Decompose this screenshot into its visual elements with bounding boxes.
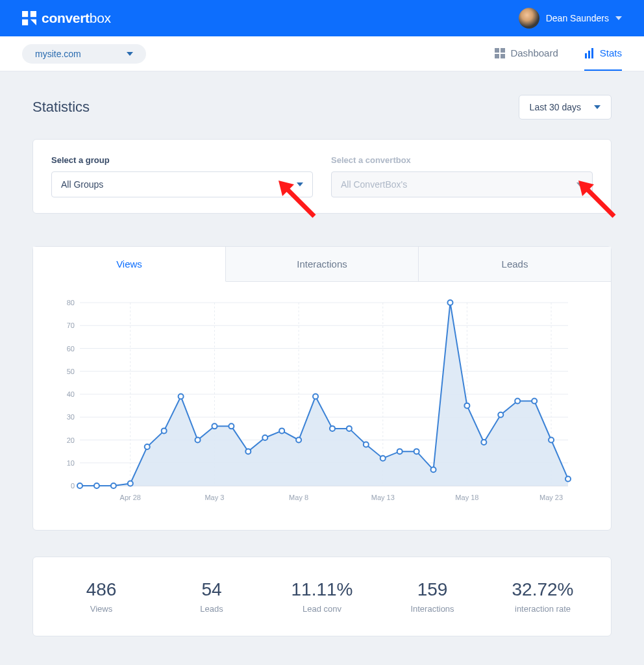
svg-point-60 [229,423,234,429]
svg-rect-8 [495,54,499,58]
svg-text:May 8: May 8 [289,494,308,501]
convertbox-filter-label: Select a convertbox [331,155,593,165]
svg-point-62 [262,435,267,440]
chart-tab-interactions[interactable]: Interactions [226,247,419,282]
svg-text:Apr 28: Apr 28 [120,494,141,501]
svg-point-78 [532,399,537,404]
chart-tab-leads[interactable]: Leads [419,247,611,282]
grid-icon [495,48,505,58]
svg-point-58 [195,438,201,443]
logo[interactable]: convertbox [22,10,111,26]
svg-text:10: 10 [67,459,75,467]
svg-point-61 [245,449,251,454]
svg-point-56 [162,428,167,433]
nav-tabs: Dashboard Stats [495,36,622,71]
svg-rect-6 [495,48,499,53]
svg-point-80 [565,476,571,481]
svg-text:60: 60 [67,345,75,353]
tab-dashboard[interactable]: Dashboard [495,36,558,71]
stats-card: 486 Views 54 Leads 11.11% Lead conv 159 … [32,557,612,636]
svg-text:0: 0 [71,482,75,490]
site-selector-label: mysite.com [35,49,81,59]
svg-rect-12 [591,48,593,58]
svg-point-66 [330,426,335,431]
svg-point-70 [397,449,402,454]
svg-point-75 [481,440,486,445]
svg-marker-4 [615,16,622,20]
svg-point-72 [431,467,436,472]
svg-rect-7 [501,48,505,53]
svg-point-73 [447,300,452,305]
svg-text:May 23: May 23 [539,494,563,501]
topbar: convertbox Dean Saunders [0,0,644,36]
stat-lead-conv: 11.11% Lead conv [267,579,377,614]
svg-point-64 [296,438,301,443]
svg-point-71 [414,449,419,454]
stat-leads: 54 Leads [156,579,267,614]
svg-text:80: 80 [67,299,75,307]
svg-marker-13 [594,105,601,109]
svg-rect-0 [22,11,28,17]
stat-interaction-rate: 32.72% interaction rate [488,579,598,614]
svg-point-65 [313,394,318,399]
chevron-down-icon [297,181,303,188]
svg-point-57 [179,394,184,399]
site-selector[interactable]: mysite.com [22,44,146,64]
filter-card: Select a group All Groups Select a conve… [32,139,612,214]
svg-point-52 [94,483,99,488]
date-range-selector[interactable]: Last 30 days [519,95,612,119]
user-name-label: Dean Saunders [546,13,609,23]
svg-point-69 [380,456,386,461]
svg-text:70: 70 [67,321,75,329]
page-title: Statistics [32,99,90,116]
tab-label: Dashboard [510,47,558,58]
page-header: Statistics Last 30 days [32,95,612,119]
stat-views: 486 Views [46,579,156,614]
group-dropdown[interactable]: All Groups [51,171,313,197]
logo-text: convertbox [42,10,111,26]
user-menu[interactable]: Dean Saunders [519,8,622,29]
chart-tabs: Views Interactions Leads [33,247,611,282]
svg-text:20: 20 [67,436,75,444]
chart-tab-views[interactable]: Views [33,247,226,282]
svg-marker-5 [127,52,133,56]
svg-marker-15 [576,182,583,186]
subnav: mysite.com Dashboard Stats [0,36,644,71]
svg-rect-10 [585,53,587,58]
svg-point-77 [515,399,520,404]
svg-point-54 [128,481,133,486]
date-range-label: Last 30 days [530,102,581,112]
svg-point-76 [498,412,503,418]
group-dropdown-value: All Groups [61,179,103,190]
svg-rect-1 [31,11,36,17]
bars-icon [584,48,595,58]
svg-text:30: 30 [67,413,75,421]
convertbox-dropdown-value: All ConvertBox's [341,179,407,190]
svg-rect-11 [588,51,590,58]
chevron-down-icon [615,15,622,21]
tab-label: Stats [600,47,622,58]
svg-point-55 [145,444,150,449]
chart-card: Views Interactions Leads 010203040506070… [32,246,612,531]
tab-stats[interactable]: Stats [584,36,622,71]
svg-point-53 [111,483,116,488]
svg-marker-14 [297,182,303,186]
svg-text:40: 40 [67,390,75,398]
svg-rect-9 [501,54,505,58]
chevron-down-icon [576,181,583,188]
svg-text:50: 50 [67,368,75,375]
svg-point-79 [549,438,554,443]
chevron-down-icon [594,104,601,110]
svg-point-74 [464,403,469,408]
svg-rect-2 [22,19,28,25]
svg-text:May 18: May 18 [455,494,478,501]
svg-marker-3 [31,19,36,25]
svg-point-59 [212,423,217,429]
logo-icon [22,11,36,25]
svg-point-68 [364,442,369,447]
convertbox-dropdown[interactable]: All ConvertBox's [331,171,593,197]
chevron-down-icon [127,51,133,57]
avatar [519,8,539,29]
chart-body: 01020304050607080Apr 28May 3May 8May 13M… [33,282,611,530]
svg-point-67 [347,426,352,431]
